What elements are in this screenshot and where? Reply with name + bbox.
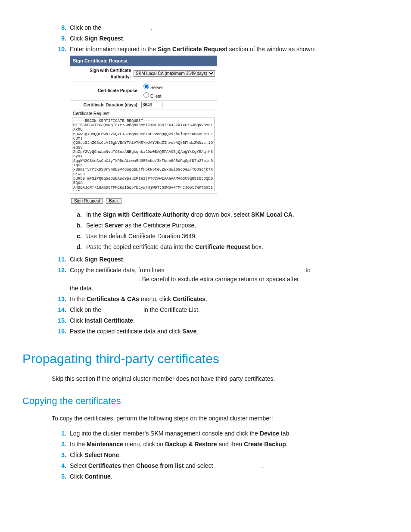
step-9: 9. Click Sign Request. [52, 34, 368, 43]
step-number: 10. [52, 45, 70, 54]
duration-input[interactable] [141, 102, 162, 108]
propagating-intro: Skip this section if the original cluste… [52, 374, 368, 383]
step-12: 12. Copy the certificate data, from line… [52, 266, 368, 293]
sub-step-c: c. Use the default Certificate Duration … [70, 232, 368, 241]
purpose-options: Server Client [141, 82, 215, 100]
sign-certificate-request-panel: Sign Certificate Request Sign with Certi… [70, 56, 217, 193]
radio-client[interactable] [143, 92, 149, 98]
copy-step-1: 1. Log into the cluster member's SKM man… [52, 429, 368, 438]
step-text: Click on the . [70, 23, 368, 32]
sub-step-b: b. Select Server as the Certificate Purp… [70, 221, 368, 230]
heading-propagating: Propagating third-party certificates [22, 349, 368, 368]
authority-label: Sign with Certificate Authority: [72, 67, 134, 80]
sub-steps-a-d: a. In the Sign with Certificate Authorit… [70, 210, 368, 252]
steps-8-to-16: 8. Click on the . 9. Click Sign Request.… [52, 23, 368, 336]
duration-input-wrap [141, 102, 215, 108]
copying-intro: To copy the certificates, perform the fo… [52, 414, 368, 423]
purpose-label: Certificate Purpose: [72, 87, 141, 94]
step-text: Enter information required in the Sign C… [70, 45, 368, 253]
radio-server[interactable] [143, 84, 149, 89]
sub-step-a: a. In the Sign with Certificate Authorit… [70, 210, 368, 219]
duration-label: Certificate Duration (days): [72, 102, 141, 108]
copy-step-5: 5. Click Continue. [52, 472, 368, 481]
copy-step-4: 4. Select Certificates then Choose from … [52, 461, 368, 470]
purpose-client[interactable]: Client [141, 91, 215, 100]
step-number: 9. [52, 34, 70, 43]
panel-buttons: Sign Request Back [70, 195, 368, 208]
authority-select[interactable]: SKM Local CA (maximum 3649 days) [134, 70, 215, 77]
purpose-server[interactable]: Server [141, 82, 215, 91]
step-8: 8. Click on the . [52, 23, 368, 32]
step-15: 15. Click Install Certificate. [52, 316, 368, 325]
step-10: 10. Enter information required in the Si… [52, 45, 368, 253]
row-duration: Certificate Duration (days): [70, 101, 217, 109]
sign-request-button[interactable]: Sign Request [71, 198, 103, 204]
copy-step-2: 2. In the Maintenance menu, click on Bac… [52, 440, 368, 449]
row-purpose: Certificate Purpose: Server Client [70, 81, 217, 101]
step-number: 8. [52, 23, 70, 32]
row-authority: Sign with Certificate Authority: SKM Loc… [70, 66, 217, 81]
heading-copying: Copying the certificates [22, 394, 368, 408]
step-13: 13. In the Certificates & CAs menu, clic… [52, 295, 368, 304]
step-11: 11. Click Sign Request. [52, 255, 368, 264]
copying-steps: 1. Log into the cluster member's SKM man… [52, 429, 368, 481]
step-text: Click Sign Request. [70, 34, 368, 43]
cert-request-label: Certificate Request: [70, 109, 217, 118]
step-16: 16. Paste the copied certificate data an… [52, 327, 368, 336]
back-button[interactable]: Back [106, 198, 121, 204]
cert-request-textarea[interactable]: -----BEGIN CERTIFICATE REQUEST----- MIIB… [72, 118, 215, 191]
sub-step-d: d. Paste the copied certificate data int… [70, 243, 368, 252]
step-14: 14. Click on the in the Certificate List… [52, 305, 368, 314]
copy-step-3: 3. Click Select None. [52, 451, 368, 460]
authority-select-wrap: SKM Local CA (maximum 3649 days) [134, 70, 215, 77]
panel-title: Sign Certificate Request [70, 56, 217, 66]
